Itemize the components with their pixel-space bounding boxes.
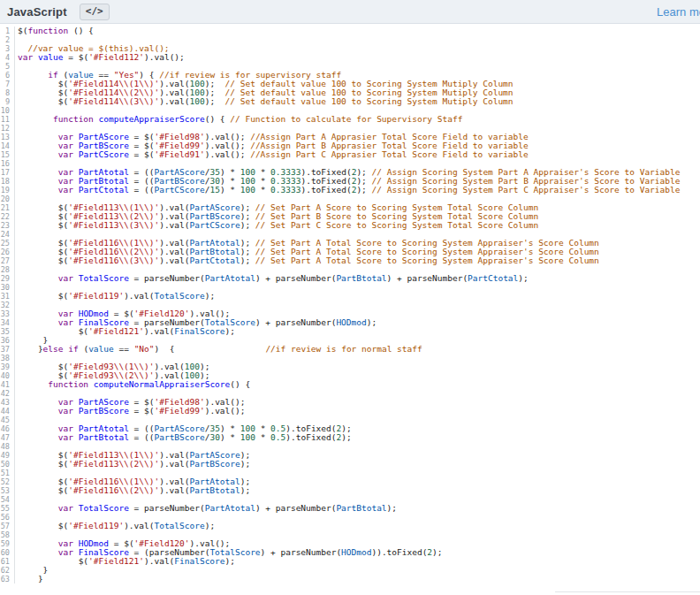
code-line[interactable]: 35 $('#Field121').val(FinalScore); xyxy=(0,327,700,336)
code-token-var2: PartAtotal xyxy=(205,503,255,513)
code-line[interactable]: 29 var TotalScore = parseNumber(PartAtot… xyxy=(0,274,700,283)
line-number: 52 xyxy=(0,477,15,486)
line-number: 8 xyxy=(0,88,15,97)
code-line[interactable]: 50 $('#Field113\\(2\\)').val(PartBScore)… xyxy=(0,460,700,469)
editor-header: JavaScript </> Learn mo xyxy=(0,0,700,24)
code-line[interactable]: 57 $('#Field119').val(TotalScore); xyxy=(0,522,700,530)
code-token-pl xyxy=(18,503,58,513)
line-number: 26 xyxy=(0,248,15,256)
line-number: 42 xyxy=(0,389,15,398)
line-number: 38 xyxy=(0,354,15,362)
code-token-kw: var xyxy=(58,185,73,195)
code-text: function computeNormalAppraiserScore() { xyxy=(15,380,250,389)
line-number: 32 xyxy=(0,301,15,309)
line-number: 53 xyxy=(0,486,15,495)
code-line[interactable]: 63 } xyxy=(0,575,700,584)
code-line[interactable]: 9 $('#Field114\\(3\\)').val(100); // Set… xyxy=(0,97,700,106)
line-number: 16 xyxy=(0,159,15,168)
line-number: 30 xyxy=(0,283,15,292)
code-token-pl: ); xyxy=(387,503,397,513)
code-token-pl: ) + parseNumber( xyxy=(255,273,337,283)
code-token-def: PartBtotal xyxy=(79,432,129,442)
bottom-divider xyxy=(555,591,700,592)
code-line[interactable]: 11 function computeAppraiserScore() { //… xyxy=(0,115,700,124)
line-number: 9 xyxy=(0,97,15,106)
code-token-kw: function xyxy=(53,114,94,124)
code-token-var2: FinalScore xyxy=(174,326,224,336)
code-text: var TotalScore = parseNumber(PartAtotal)… xyxy=(15,274,529,283)
code-token-str: '#Field99' xyxy=(154,406,204,416)
code-token-pl: == xyxy=(114,344,134,354)
code-text: $('#Field113\\(3\\)').val(PartCScore); /… xyxy=(15,221,538,230)
code-line[interactable]: 27 $('#Field116\\(3\\)').val(PartCtotal)… xyxy=(0,256,700,265)
code-token-pl: ); xyxy=(240,485,250,495)
code-token-pl: ).val(); xyxy=(144,52,185,62)
line-number: 27 xyxy=(0,256,15,265)
learn-more-link[interactable]: Learn mo xyxy=(657,5,700,19)
code-token-var2: HODmod xyxy=(336,317,366,327)
code-line[interactable]: 41 function computeNormalAppraiserScore(… xyxy=(0,380,700,389)
code-token-str: '#Field119' xyxy=(68,291,124,301)
code-text: $('#Field116\\(3\\)').val(PartCtotal); /… xyxy=(15,256,599,265)
code-icon: </> xyxy=(86,5,103,17)
line-number: 21 xyxy=(0,203,15,212)
code-token-pl: ); xyxy=(518,273,528,283)
code-token-pl: $( xyxy=(18,291,68,301)
line-number: 49 xyxy=(0,451,15,460)
code-token-var2: PartBtotal xyxy=(336,273,386,283)
code-token-pl: $( xyxy=(18,459,68,469)
code-line[interactable]: 44 var PartBScore = $('#Field99').val(); xyxy=(0,407,700,416)
code-token-pl: $( xyxy=(18,256,68,265)
code-line[interactable]: 47 var PartBtotal = ((PartBScore/30) * 1… xyxy=(0,433,700,442)
code-token-var2: HODmod xyxy=(341,547,371,557)
code-token-pl: $( xyxy=(18,96,68,106)
code-token-var2: value xyxy=(88,344,114,354)
code-token-str: '#Field119' xyxy=(68,521,124,530)
code-text: $('#Field119').val(TotalScore); xyxy=(15,522,215,530)
code-token-pl: ) + parseNumber( xyxy=(255,503,337,513)
line-number: 36 xyxy=(0,336,15,345)
code-token-pl: $( xyxy=(18,26,27,35)
line-number: 37 xyxy=(0,345,15,354)
code-token-pl: ); xyxy=(205,521,215,530)
code-token-def: TotalScore xyxy=(79,273,129,283)
code-line[interactable]: 62 } xyxy=(0,566,700,575)
code-line[interactable]: 4var value = $('#Field112').val(); xyxy=(0,53,700,62)
line-number: 34 xyxy=(0,318,15,327)
code-token-pl: ) + parseNumber( xyxy=(387,273,468,283)
code-line[interactable]: 53 $('#Field116\\(2\\)').val(PartBtotal)… xyxy=(0,486,700,495)
code-token-com: // Set Part C Score to Scoring System To… xyxy=(255,220,538,230)
code-token-pl: ) + parseNumber( xyxy=(255,317,337,327)
code-line[interactable]: 15 var PartCScore = $('#Field91').val();… xyxy=(0,150,700,159)
code-line[interactable]: 37 }else if (value == "No") { //if revie… xyxy=(0,345,700,354)
code-token-def: PartCScore xyxy=(79,149,129,159)
code-text: var PartBScore = $('#Field99').val(); xyxy=(15,407,245,416)
code-line[interactable]: 1$(function () { xyxy=(0,27,700,35)
code-token-pl xyxy=(18,185,58,195)
code-line[interactable]: 55 var TotalScore = parseNumber(PartAtot… xyxy=(0,504,700,513)
code-token-def: computeNormalAppraiserScore xyxy=(94,379,230,389)
line-number: 13 xyxy=(0,133,15,141)
code-token-pl: ); xyxy=(240,459,250,469)
code-line[interactable]: 31 $('#Field119').val(TotalScore); xyxy=(0,292,700,301)
line-number: 14 xyxy=(0,141,15,150)
line-number: 31 xyxy=(0,292,15,301)
code-token-pl: $( xyxy=(18,220,68,230)
code-text: var PartBtotal = ((PartBScore/30) * 100 … xyxy=(15,433,352,442)
code-icon-button[interactable]: </> xyxy=(80,4,110,20)
code-token-num: 0.3333 xyxy=(270,185,301,195)
code-token-pl: ); xyxy=(205,96,225,106)
code-editor[interactable]: 1$(function () {23 //var value = $(this)… xyxy=(0,24,700,584)
code-line[interactable]: 19 var PartCtotal = ((PartCScore/15) * 1… xyxy=(0,186,700,195)
code-token-pl: ).val(); xyxy=(205,406,246,416)
code-token-pl: () { xyxy=(230,379,250,389)
code-token-var2: PartCScore xyxy=(154,185,204,195)
line-number: 25 xyxy=(0,239,15,248)
code-line[interactable]: 61 $('#Field121').val(FinalScore); xyxy=(0,557,700,566)
code-token-str: '#Field114\\(3\\)' xyxy=(68,96,159,106)
code-token-pl: ) + parseNumber( xyxy=(261,547,342,557)
line-number: 4 xyxy=(0,53,15,62)
code-token-var2: FinalScore xyxy=(174,556,224,566)
code-token-str: '#Field91' xyxy=(154,149,204,159)
code-line[interactable]: 23 $('#Field113\\(3\\)').val(PartCScore)… xyxy=(0,221,700,230)
